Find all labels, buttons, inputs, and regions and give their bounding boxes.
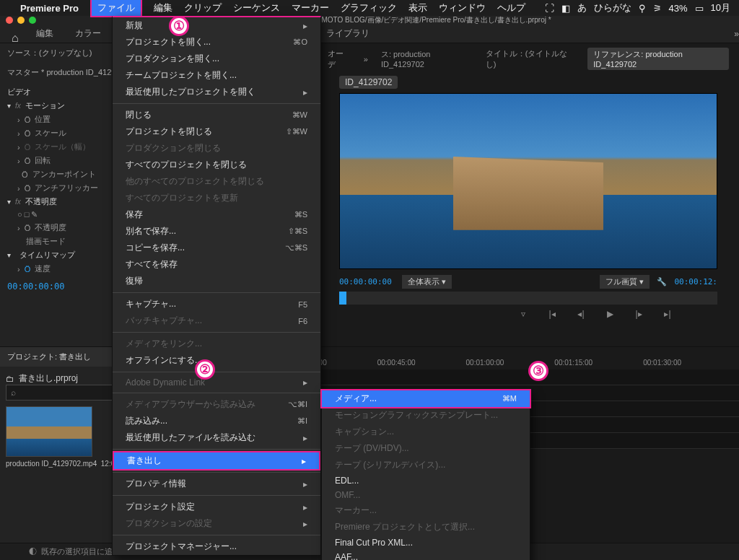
mi-open-team[interactable]: チームプロジェクトを開く... <box>113 67 320 84</box>
tab-reference[interactable]: リファレンス: production ID_4129702 <box>587 48 729 70</box>
menu-file[interactable]: ファイル <box>90 0 142 17</box>
menu-clip[interactable]: クリップ <box>184 1 222 14</box>
mi-export[interactable]: 書き出し▸ <box>113 451 320 471</box>
source-panel-title[interactable]: ソース：(クリップなし) <box>0 43 129 63</box>
menu-graphics[interactable]: グラフィック <box>341 1 397 14</box>
add-marker-icon[interactable]: ▿ <box>517 309 530 319</box>
video-section: ビデオ <box>7 85 122 99</box>
overflow-icon[interactable]: » <box>364 55 368 64</box>
mi-save-all[interactable]: すべてを保存 <box>113 256 320 273</box>
blend-mode-prop[interactable]: 描画モード <box>7 235 122 248</box>
mi-properties[interactable]: プロパティ情報▸ <box>113 476 320 492</box>
mi-project-settings[interactable]: プロジェクト設定▸ <box>113 499 320 515</box>
app-name[interactable]: Premiere Pro <box>20 3 79 14</box>
mi-capture[interactable]: キャプチャ...F5 <box>113 296 320 312</box>
settings-icon[interactable]: 🔧 <box>657 277 667 286</box>
tab-source[interactable]: ス: production ID_4129702 <box>381 49 473 69</box>
play-icon[interactable]: ▶ <box>603 309 616 319</box>
bin-icon[interactable]: 🗀 <box>6 374 14 384</box>
minimize-window-icon[interactable] <box>17 17 25 24</box>
mi-new[interactable]: 新規▸ <box>113 17 320 34</box>
tab-title[interactable]: タイトル：(タイトルなし) <box>486 48 575 70</box>
mi-project-manager[interactable]: プロジェクトマネージャー... <box>113 538 320 555</box>
tab-audio[interactable]: オーデ <box>328 48 351 70</box>
step-back-icon[interactable]: ◂| <box>574 309 587 319</box>
timeremap-effect[interactable]: ▾タイムリマップ <box>7 248 122 262</box>
cc-icon[interactable]: ◐ <box>29 547 37 556</box>
battery-pct: 43% <box>669 3 688 14</box>
close-window-icon[interactable] <box>6 17 13 24</box>
menu-window[interactable]: ウィンドウ <box>439 1 486 14</box>
go-in-icon[interactable]: |◂ <box>546 309 559 319</box>
mi-save-as[interactable]: 別名で保存...⇧⌘S <box>113 223 320 240</box>
workspace-overflow-icon[interactable]: » <box>734 29 739 39</box>
mi-export-edl[interactable]: EDL... <box>322 473 530 488</box>
workspace-tab-color[interactable]: カラー <box>75 27 101 40</box>
antiflicker-prop[interactable]: ›Öアンチフリッカー <box>7 181 122 195</box>
program-timecode[interactable]: 00:00:00:00 <box>339 277 392 286</box>
mi-offline[interactable]: オフラインにする... <box>113 352 320 369</box>
position-prop[interactable]: ›Ö位置 <box>7 113 122 126</box>
program-scrubber[interactable] <box>339 292 717 305</box>
workspace-tab-library[interactable]: ライブラリ <box>326 27 370 40</box>
mi-close[interactable]: 閉じる⌘W <box>113 107 320 123</box>
program-monitor-viewport[interactable] <box>339 93 717 269</box>
mi-open-production[interactable]: プロダクションを開く... <box>113 51 320 67</box>
ime-icon[interactable]: あ <box>577 1 587 14</box>
mi-close-project[interactable]: プロジェクトを閉じる⇧⌘W <box>113 123 320 140</box>
home-icon[interactable]: ⌂ <box>12 32 19 45</box>
workspace-tab-edit[interactable]: 編集 <box>36 27 53 40</box>
mi-export-premiere-select: Premiere プロジェクトとして選択... <box>322 519 530 535</box>
mi-import-recent[interactable]: 最近使用したファイルを読み込む▸ <box>113 429 320 446</box>
effect-controls-timecode[interactable]: 00:00:00:00 <box>0 279 129 294</box>
mi-export-tape-dv: テープ (DV/HDV)... <box>322 440 530 457</box>
clip-thumbnail[interactable] <box>6 406 92 457</box>
mi-open-recent[interactable]: 最近使用したプロジェクトを開く▸ <box>113 84 320 100</box>
annotation-badge-2: ② <box>195 359 215 380</box>
step-fwd-icon[interactable]: |▸ <box>632 309 645 319</box>
cc-icon[interactable]: ◧ <box>561 3 570 14</box>
mi-open-project[interactable]: プロジェクトを開く...⌘O <box>113 34 320 51</box>
rotation-prop[interactable]: ›Ö回転 <box>7 154 122 167</box>
menu-view[interactable]: 表示 <box>408 1 427 14</box>
mi-save-copy[interactable]: コピーを保存...⌥⌘S <box>113 240 320 256</box>
mi-import[interactable]: 読み込み...⌘I <box>113 413 320 429</box>
scale-prop[interactable]: ›Öスケール <box>7 126 122 140</box>
menu-help[interactable]: ヘルプ <box>497 1 525 14</box>
go-out-icon[interactable]: ▸| <box>661 309 674 319</box>
mi-revert[interactable]: 復帰 <box>113 273 320 289</box>
opacity-masks[interactable]: ○ □ ✎ <box>7 209 122 221</box>
quality-select[interactable]: フル画質 ▾ <box>600 275 650 289</box>
wifi-icon[interactable]: ⚞ <box>653 3 662 14</box>
sequence-tab[interactable]: ID_4129702 <box>339 76 398 89</box>
screen-icon[interactable]: ⛶ <box>545 3 554 14</box>
mi-export-omf: OMF... <box>322 488 530 502</box>
menu-marker[interactable]: マーカー <box>292 1 329 14</box>
program-timecode-right[interactable]: 00:00:12: <box>674 277 717 286</box>
clip-name[interactable]: production ID_4129702.mp4 <box>6 460 97 468</box>
mi-export-caption: キャプション... <box>322 424 530 440</box>
date: 10月 <box>711 1 730 14</box>
opacity-value-prop[interactable]: ›Ö不透明度 <box>7 221 122 235</box>
anchor-prop[interactable]: Öアンカーポイント <box>7 167 122 181</box>
menu-edit[interactable]: 編集 <box>154 1 172 14</box>
bluetooth-icon[interactable]: ⚲ <box>639 3 646 14</box>
playhead-icon[interactable] <box>339 292 346 305</box>
mi-close-all[interactable]: すべてのプロジェクトを閉じる <box>113 157 320 173</box>
mi-export-media[interactable]: メディア...⌘M <box>320 389 531 408</box>
motion-effect[interactable]: ▾fxモーション <box>7 99 122 113</box>
mi-link-media: メディアをリンク... <box>113 336 320 352</box>
opacity-effect[interactable]: ▾fx不透明度 <box>7 195 122 209</box>
zoom-fit-select[interactable]: 全体表示 ▾ <box>402 275 452 289</box>
maximize-window-icon[interactable] <box>29 17 36 24</box>
mi-dynamic-link[interactable]: Adobe Dynamic Link▸ <box>113 375 320 390</box>
battery-icon[interactable]: ▭ <box>695 3 704 14</box>
speed-prop[interactable]: ›Ö速度 <box>7 262 122 276</box>
mi-export-aaf[interactable]: AAF... <box>322 550 530 560</box>
scale-width-prop[interactable]: ›Öスケール（幅） <box>7 140 122 154</box>
mi-export-fcpxml[interactable]: Final Cut Pro XML... <box>322 535 530 550</box>
annotation-badge-3: ③ <box>528 361 548 381</box>
mi-save[interactable]: 保存⌘S <box>113 206 320 223</box>
menu-sequence[interactable]: シーケンス <box>233 1 280 14</box>
ime-label[interactable]: ひらがな <box>594 1 631 14</box>
